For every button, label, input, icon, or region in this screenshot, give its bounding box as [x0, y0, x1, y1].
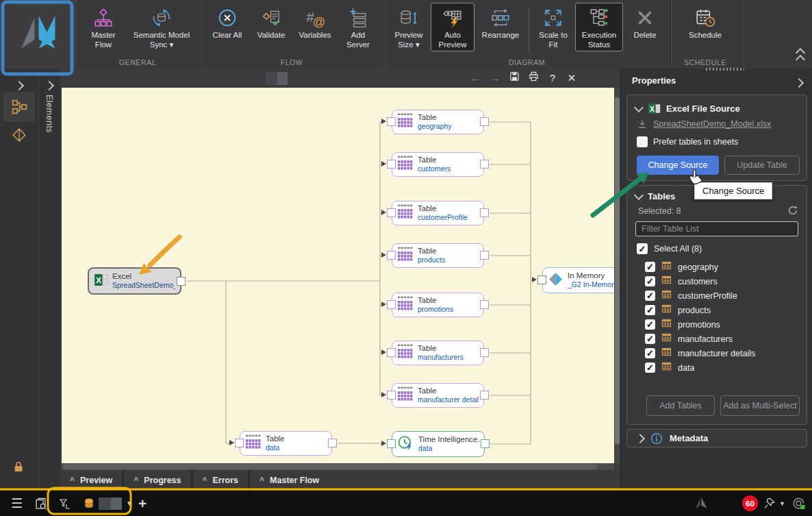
menu-icon[interactable]: ☰ [11, 491, 23, 516]
delete-button[interactable]: Delete [624, 3, 665, 42]
table-list-item-geography[interactable]: ✓ geography [645, 260, 801, 274]
canvas-horizontal-scrollbar[interactable] [62, 463, 614, 470]
filter-icon[interactable] [58, 491, 71, 516]
clear-all-button[interactable]: Clear All [205, 3, 249, 42]
output-port[interactable] [177, 277, 186, 286]
add-tab-button[interactable]: + [138, 491, 147, 516]
node-manufacturer-details[interactable]: Table manufacturer details... [392, 383, 484, 408]
table-grid-icon [397, 112, 414, 129]
caret-down-icon[interactable]: ▼ [779, 491, 785, 516]
caret-down-icon[interactable]: ▼ [126, 500, 133, 507]
dock-tab-errors[interactable]: ^ Errors [193, 470, 249, 491]
table-checkbox[interactable]: ✓ [645, 305, 655, 315]
node-in-memory[interactable]: In Memory _G2 In-Memory [542, 267, 614, 293]
node-data[interactable]: Table data [240, 431, 332, 456]
table-checkbox[interactable]: ✓ [645, 348, 655, 358]
node-geography[interactable]: Table geography [392, 110, 484, 134]
auto-preview-button[interactable]: Auto Preview [431, 3, 474, 51]
table-list-item-manufacturers[interactable]: ✓ manufacturers [645, 332, 801, 346]
flow-diagram-canvas[interactable]: X Excel SpreadSheetDemo_... Table geogra… [62, 88, 614, 463]
print-icon[interactable] [527, 71, 540, 85]
app-logo[interactable] [0, 0, 75, 69]
add-multi-select-button[interactable]: Add as Multi-Select [720, 395, 800, 416]
output-port[interactable] [480, 160, 489, 169]
table-checkbox[interactable]: ✓ [645, 291, 655, 301]
connection-status-icon[interactable] [791, 491, 806, 516]
pin-icon[interactable] [763, 491, 776, 516]
sidebar-tab-flow[interactable] [3, 92, 35, 122]
change-source-button[interactable]: Change Source [637, 156, 719, 175]
notification-badge[interactable]: 60 [742, 491, 758, 516]
output-port[interactable] [480, 117, 489, 126]
add-server-button[interactable]: Add Server [338, 3, 378, 51]
ribbon-collapse-button[interactable] [797, 49, 804, 63]
chevron-down-icon[interactable] [634, 190, 644, 199]
collapse-panel-button[interactable] [796, 77, 802, 89]
node-excel[interactable]: X Excel SpreadSheetDemo_... [88, 267, 181, 295]
validate-button[interactable]: Validate [251, 3, 292, 42]
table-list-item-promotions[interactable]: ✓ promotions [645, 317, 801, 332]
select-all-row[interactable]: ✓ Select All (8) [637, 243, 702, 254]
node-manufacturers[interactable]: Table manufacturers [392, 341, 484, 365]
source-file-link[interactable]: SpreadSheetDemo_Model.xlsx [653, 119, 771, 129]
add-server-icon [348, 6, 368, 29]
table-checkbox[interactable]: ✓ [645, 319, 655, 330]
elements-panel-label[interactable]: Elements [45, 95, 54, 133]
table-list-item-manufacturer-details[interactable]: ✓ manufacturer details [645, 346, 801, 360]
node-time-intelligence[interactable]: Time Intelligence... data [392, 431, 485, 457]
node-customerProfile[interactable]: Table customerProfile [392, 201, 484, 225]
table-checkbox[interactable]: ✓ [645, 276, 655, 286]
table-list-item-data[interactable]: ✓ data [645, 360, 801, 375]
dock-tab-preview[interactable]: ^ Preview [60, 470, 122, 491]
update-table-button[interactable]: Update Table [724, 156, 800, 175]
table-checkbox[interactable]: ✓ [645, 262, 655, 272]
select-all-checkbox[interactable]: ✓ [637, 243, 648, 254]
table-checkbox[interactable]: ✓ [645, 334, 655, 344]
output-port[interactable] [480, 391, 489, 400]
chevron-down-icon[interactable] [634, 102, 644, 112]
output-port[interactable] [328, 439, 337, 447]
sidebar-expand-button[interactable] [16, 79, 23, 92]
metadata-card[interactable]: Metadata [626, 429, 807, 447]
preview-pages-icon[interactable] [34, 491, 48, 516]
lock-icon[interactable] [13, 461, 24, 476]
execution-status-button[interactable]: Execution Status [575, 3, 623, 51]
preview-size-button[interactable]: Preview Size ▾ [388, 3, 429, 51]
variables-button[interactable]: # @Variables [293, 3, 337, 42]
table-list-item-products[interactable]: ✓ products [645, 303, 801, 317]
semantic-model-sync-button[interactable]: Semantic Model Sync ▾ [128, 3, 195, 51]
scale-to-fit-button[interactable]: Scale to Fit [533, 3, 574, 51]
dataset-tab[interactable]: ▼ [84, 491, 133, 516]
dock-tab-master-flow[interactable]: ^ Master Flow [250, 470, 619, 491]
output-port[interactable] [480, 208, 489, 217]
output-port[interactable] [480, 251, 489, 260]
output-port[interactable] [480, 300, 489, 309]
node-promotions[interactable]: Table promotions [392, 293, 484, 317]
clear-all-icon [217, 6, 238, 29]
canvas-vertical-scrollbar[interactable] [614, 88, 620, 463]
prefer-tables-checkbox[interactable] [637, 136, 648, 147]
output-port[interactable] [480, 348, 489, 357]
refresh-icon[interactable] [787, 205, 798, 219]
save-icon[interactable] [508, 71, 520, 85]
node-customers[interactable]: Table customers [392, 152, 484, 177]
output-port[interactable] [481, 439, 490, 448]
table-list-item-customerProfile[interactable]: ✓ customerProfile [645, 288, 801, 303]
add-tables-button[interactable]: Add Tables [646, 395, 715, 416]
table-checkbox[interactable]: ✓ [645, 363, 655, 373]
back-icon[interactable]: ← [470, 71, 482, 85]
close-canvas-icon[interactable]: ✕ [566, 71, 578, 85]
forward-icon[interactable]: → [489, 71, 501, 85]
elements-expand-button[interactable] [46, 79, 53, 92]
dock-tab-progress[interactable]: ^ Progress [124, 470, 190, 491]
master-flow-button[interactable]: Master Flow [80, 3, 127, 51]
tables-card: Tables Selected: 8 ✓ Select All (8) ✓ ge… [626, 185, 807, 425]
node-products[interactable]: Table products [392, 243, 484, 268]
help-icon[interactable]: ? [546, 71, 559, 85]
table-list-item-customers[interactable]: ✓ customers [645, 274, 801, 288]
filter-table-input[interactable] [635, 221, 798, 236]
rearrange-button[interactable]: Rearrange [476, 3, 525, 42]
panel-splitter-grip[interactable] [706, 68, 744, 71]
schedule-button[interactable]: Schedule [676, 3, 735, 42]
sidebar-tab-model[interactable] [12, 127, 27, 145]
